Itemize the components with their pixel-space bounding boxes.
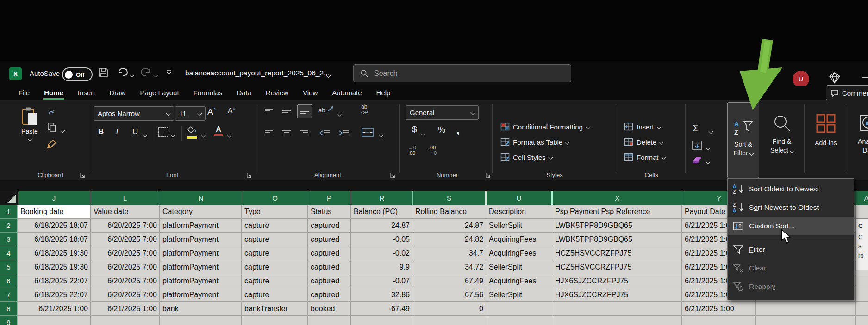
- font-color-dropdown-chevron[interactable]: [228, 131, 231, 139]
- format-painter-icon[interactable]: [46, 138, 57, 151]
- underline-button[interactable]: U: [132, 127, 138, 136]
- cell[interactable]: capture: [242, 233, 308, 246]
- document-title[interactable]: balanceaccount_payout_report_2025_06_2..…: [185, 69, 330, 77]
- column-header-O[interactable]: O: [242, 191, 308, 205]
- menu-item-sort-newest-to-oldest[interactable]: ZASort Newest to Oldest: [728, 198, 854, 217]
- undo-button[interactable]: [117, 67, 128, 80]
- cell[interactable]: Category: [160, 205, 242, 219]
- tab-formulas[interactable]: Formulas: [193, 86, 224, 100]
- cell[interactable]: bankTransfer: [242, 302, 308, 316]
- cell[interactable]: platformPayment: [160, 233, 242, 246]
- cell[interactable]: [756, 302, 856, 316]
- cell[interactable]: captured: [308, 219, 351, 233]
- document-title-chevron[interactable]: [327, 71, 330, 80]
- row-header-4[interactable]: 4: [0, 246, 18, 260]
- cell[interactable]: HCZ5HSVCCRZFPJ75: [552, 246, 682, 260]
- cell[interactable]: SellerSplit: [486, 260, 552, 274]
- copy-dropdown-chevron[interactable]: [61, 126, 64, 135]
- column-header-J[interactable]: J: [18, 191, 91, 205]
- cell[interactable]: SellerSplit: [486, 219, 552, 233]
- cell[interactable]: capture: [242, 288, 308, 302]
- cell[interactable]: Psp Payment Psp Reference: [552, 205, 682, 219]
- decrease-indent-icon[interactable]: [318, 129, 331, 139]
- cell[interactable]: 6/20/2025 7:00: [91, 246, 160, 260]
- cell[interactable]: 0: [412, 302, 486, 316]
- tab-insert[interactable]: Insert: [77, 86, 96, 100]
- cell[interactable]: -0.02: [351, 246, 412, 260]
- cell[interactable]: platformPayment: [160, 274, 242, 288]
- styles-conditional-formatting-button[interactable]: Conditional Formatting: [500, 123, 589, 131]
- analyze-data-button[interactable]: Analyze Data: [849, 112, 868, 154]
- cell[interactable]: [242, 316, 308, 325]
- menu-item-custom-sort[interactable]: Custom Sort...: [728, 217, 854, 235]
- currency-dropdown-chevron[interactable]: [421, 129, 425, 137]
- row-header-1[interactable]: 1: [0, 205, 18, 219]
- row-header-7[interactable]: 7: [0, 288, 18, 302]
- autosum-icon[interactable]: Σ: [693, 123, 699, 134]
- decrease-decimal-icon[interactable]: .00→0: [429, 145, 437, 156]
- cell[interactable]: platformPayment: [160, 260, 242, 274]
- cell[interactable]: 6/18/2025 19:30: [18, 246, 91, 260]
- cell[interactable]: Balance (PC): [351, 205, 412, 219]
- copy-icon[interactable]: [47, 123, 56, 135]
- redo-button[interactable]: [141, 67, 152, 80]
- row-header-3[interactable]: 3: [0, 233, 18, 246]
- save-button[interactable]: [98, 67, 109, 80]
- tab-help[interactable]: Help: [375, 86, 392, 100]
- search-input[interactable]: Search: [353, 64, 571, 82]
- cell[interactable]: Type: [242, 205, 308, 219]
- cell[interactable]: [160, 316, 242, 325]
- cell[interactable]: Description: [486, 205, 552, 219]
- middle-align-icon[interactable]: [281, 108, 292, 118]
- cell[interactable]: HJX6SJZCCRZFPJ75: [552, 274, 682, 288]
- select-all-corner[interactable]: [0, 191, 18, 205]
- minimize-icon[interactable]: [862, 77, 868, 78]
- row-header-9[interactable]: 9: [0, 316, 18, 325]
- autosave-toggle[interactable]: Off: [62, 67, 93, 81]
- cell[interactable]: 6/20/2025 7:00: [91, 233, 160, 246]
- add-ins-button[interactable]: Add-ins: [807, 112, 845, 147]
- cell[interactable]: 34.72: [412, 260, 486, 274]
- fill-down-icon[interactable]: [692, 140, 703, 152]
- cells-format-button[interactable]: Format: [624, 153, 665, 161]
- column-header-L[interactable]: L: [91, 191, 160, 205]
- orientation-icon[interactable]: ab: [318, 106, 334, 114]
- number-format-select[interactable]: General: [406, 105, 479, 120]
- cell[interactable]: [856, 274, 868, 288]
- cell[interactable]: [552, 302, 682, 316]
- cell[interactable]: 24.87: [351, 219, 412, 233]
- column-header-N[interactable]: N: [160, 191, 242, 205]
- cell[interactable]: platformPayment: [160, 246, 242, 260]
- premium-gem-icon[interactable]: [828, 72, 842, 86]
- tab-draw[interactable]: Draw: [108, 86, 126, 100]
- paste-button[interactable]: Paste: [17, 107, 43, 141]
- cell[interactable]: 6/18/2025 18:07: [18, 219, 91, 233]
- merge-dropdown-chevron[interactable]: [380, 131, 383, 139]
- cell[interactable]: -0.07: [351, 274, 412, 288]
- cell[interactable]: 6/18/2025 19:30: [18, 260, 91, 274]
- currency-format-icon[interactable]: $: [412, 124, 417, 135]
- row-header-8[interactable]: 8: [0, 302, 18, 316]
- cell[interactable]: 6/21/2025 1:00: [682, 302, 756, 316]
- styles-format-as-table-button[interactable]: Format as Table: [500, 138, 569, 146]
- tab-automate[interactable]: Automate: [331, 86, 362, 100]
- cell[interactable]: 6/20/2025 7:00: [91, 274, 160, 288]
- percent-format-icon[interactable]: %: [438, 125, 445, 135]
- cell[interactable]: [856, 316, 868, 325]
- cell[interactable]: 34.7: [412, 246, 486, 260]
- tab-review[interactable]: Review: [265, 86, 289, 100]
- increase-decimal-icon[interactable]: ←0.00: [408, 145, 416, 156]
- cell[interactable]: [412, 316, 486, 325]
- font-color-icon[interactable]: A: [214, 125, 223, 136]
- selected-cell-J1[interactable]: Booking date: [18, 205, 91, 219]
- redo-dropdown-chevron[interactable]: [155, 71, 158, 79]
- cell[interactable]: [308, 316, 351, 325]
- cell[interactable]: 6/18/2025 22:07: [18, 288, 91, 302]
- customize-quick-access-icon[interactable]: [166, 69, 172, 78]
- cell[interactable]: 6/18/2025 22:07: [18, 274, 91, 288]
- tab-page-layout[interactable]: Page Layout: [139, 86, 180, 100]
- wrap-text-icon[interactable]: ab c↵: [361, 104, 368, 115]
- align-center-icon[interactable]: [281, 129, 292, 139]
- cell[interactable]: captured: [308, 274, 351, 288]
- cell[interactable]: [351, 316, 412, 325]
